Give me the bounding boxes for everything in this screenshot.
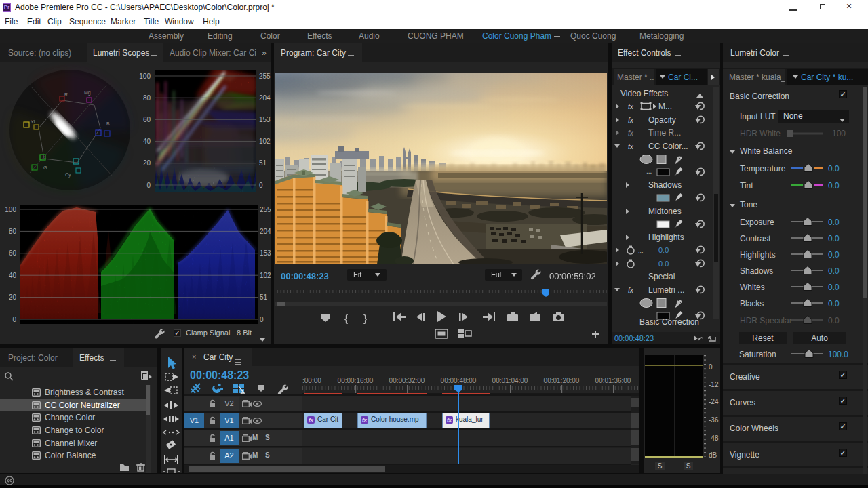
svg-text:Full: Full xyxy=(491,270,503,279)
svg-text:20: 20 xyxy=(143,159,151,167)
svg-text:255: 255 xyxy=(259,73,271,80)
svg-text:...: ... xyxy=(646,167,652,175)
svg-text:Basic Correction: Basic Correction xyxy=(639,317,699,325)
svg-text:R: R xyxy=(64,92,68,97)
svg-text:Special: Special xyxy=(648,272,675,281)
svg-text:fx: fx xyxy=(628,129,634,137)
svg-text:0: 0 xyxy=(12,316,16,323)
svg-text:M...: M... xyxy=(658,102,672,111)
svg-text:fx: fx xyxy=(628,103,634,110)
svg-text:0.0: 0.0 xyxy=(658,260,669,268)
svg-text:Lumetri ...: Lumetri ... xyxy=(648,285,684,295)
svg-text:Cy: Cy xyxy=(65,172,71,178)
svg-text:Yl: Yl xyxy=(31,119,35,124)
svg-text:51: 51 xyxy=(260,293,268,301)
svg-text:0: 0 xyxy=(146,182,151,189)
svg-text:40: 40 xyxy=(9,272,17,279)
svg-text:80: 80 xyxy=(9,228,17,235)
svg-text:51: 51 xyxy=(259,159,267,167)
svg-text:100: 100 xyxy=(5,206,16,214)
svg-text:CC Color...: CC Color... xyxy=(648,142,688,151)
svg-text:00:00:16:00: 00:00:16:00 xyxy=(338,377,374,384)
svg-text:}: } xyxy=(363,312,367,324)
svg-text:0.0: 0.0 xyxy=(658,246,669,254)
svg-text:00:01:20:00: 00:01:20:00 xyxy=(544,377,580,384)
svg-text:00:00:48:00: 00:00:48:00 xyxy=(441,377,477,384)
svg-text:G: G xyxy=(43,165,47,170)
svg-text::00:00: :00:00 xyxy=(302,377,321,384)
svg-text:Shadows: Shadows xyxy=(648,180,682,190)
svg-text:204: 204 xyxy=(260,228,271,235)
svg-text:Midtones: Midtones xyxy=(648,207,682,216)
svg-text:00:00:48:23: 00:00:48:23 xyxy=(281,271,329,281)
svg-text:00:00:32:00: 00:00:32:00 xyxy=(389,377,425,384)
svg-text:...: ... xyxy=(638,247,644,254)
svg-text:Highlights: Highlights xyxy=(648,232,684,242)
svg-text:60: 60 xyxy=(9,249,17,257)
svg-text:fx: fx xyxy=(628,143,634,150)
svg-text:00:00:59:02: 00:00:59:02 xyxy=(549,271,596,281)
svg-text:20: 20 xyxy=(9,293,17,301)
svg-text:00:01:36:00: 00:01:36:00 xyxy=(595,377,631,384)
svg-text:102: 102 xyxy=(260,272,271,279)
svg-text:0: 0 xyxy=(260,316,264,323)
svg-text:Time R...: Time R... xyxy=(648,128,681,138)
svg-text:B: B xyxy=(106,121,110,126)
svg-text:fx: fx xyxy=(628,117,634,124)
svg-text:255: 255 xyxy=(260,206,271,214)
svg-text:Mg: Mg xyxy=(84,90,91,96)
svg-text:204: 204 xyxy=(259,94,271,102)
svg-text:60: 60 xyxy=(143,116,151,123)
svg-text:102: 102 xyxy=(259,138,271,145)
svg-text:80: 80 xyxy=(143,94,151,102)
svg-text:0: 0 xyxy=(259,182,263,189)
svg-text:Fit: Fit xyxy=(353,270,361,279)
svg-text:100: 100 xyxy=(139,73,151,80)
svg-text:00:01:04:00: 00:01:04:00 xyxy=(492,377,528,384)
svg-text:153: 153 xyxy=(260,249,271,257)
svg-text:Opacity: Opacity xyxy=(648,115,676,125)
svg-text:{: { xyxy=(344,312,348,324)
svg-text:40: 40 xyxy=(143,138,151,145)
svg-text:153: 153 xyxy=(259,116,271,123)
svg-text:fx: fx xyxy=(628,287,634,294)
